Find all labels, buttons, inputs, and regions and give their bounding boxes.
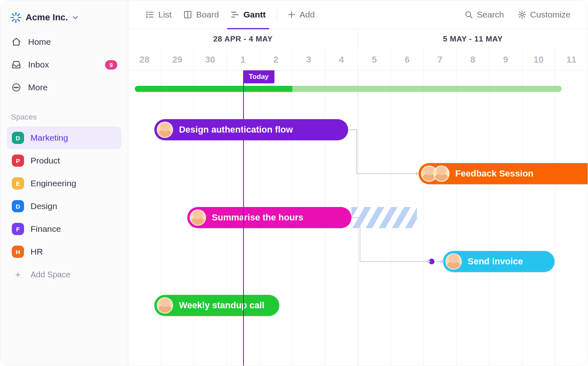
inbox-icon xyxy=(11,60,22,70)
assignee-avatar xyxy=(190,209,206,226)
search-icon xyxy=(465,11,473,19)
board-view-icon xyxy=(183,10,192,19)
tab-gantt[interactable]: Gantt xyxy=(225,0,272,29)
dependency-arrow xyxy=(432,257,448,266)
space-item-product[interactable]: PProduct xyxy=(7,149,121,172)
home-icon xyxy=(11,37,22,47)
view-toolbar: ListBoardGantt Add Search xyxy=(128,0,588,29)
nav-item-inbox[interactable]: Inbox9 xyxy=(7,53,121,76)
space-item-design[interactable]: DDesign xyxy=(7,195,121,218)
search-button[interactable]: Search xyxy=(459,0,510,29)
svg-line-4 xyxy=(12,14,14,15)
day-column-header: 8 xyxy=(456,49,489,70)
list-view-icon xyxy=(145,10,154,19)
space-chip: F xyxy=(12,223,24,235)
svg-line-5 xyxy=(18,19,19,21)
svg-point-23 xyxy=(466,12,471,17)
tab-label: Board xyxy=(196,10,219,20)
nav-item-home[interactable]: Home xyxy=(7,30,121,53)
day-column-header: 2 xyxy=(259,49,292,70)
task-label: Summarise the hours xyxy=(212,212,303,223)
day-column-header: 1 xyxy=(226,49,259,70)
task-bar[interactable]: Weekly standup call xyxy=(154,295,279,316)
space-item-hr[interactable]: HHR xyxy=(7,240,121,263)
timeline-progress-bar xyxy=(135,86,561,92)
nav-item-more[interactable]: More xyxy=(7,76,121,99)
svg-point-11 xyxy=(18,87,18,88)
day-column-header: 3 xyxy=(292,49,325,70)
space-item-marketing[interactable]: DMarketing xyxy=(7,126,121,149)
day-column-header: 6 xyxy=(391,49,423,70)
nav-item-label: Inbox xyxy=(28,60,49,70)
space-label: Finance xyxy=(31,224,61,234)
nav-item-label: Home xyxy=(28,37,51,47)
space-label: Design xyxy=(31,201,57,211)
add-view-label: Add xyxy=(300,10,315,20)
customize-button[interactable]: Customize xyxy=(512,0,576,29)
svg-point-14 xyxy=(147,14,147,15)
task-label: Weekly standup call xyxy=(179,300,264,311)
gantt-canvas[interactable]: TodayDesign authentication flowFeedback … xyxy=(128,70,588,366)
task-bar[interactable]: Send invoice xyxy=(443,251,555,272)
date-range-label: 5 MAY - 11 MAY xyxy=(358,29,588,49)
task-label: Design authentication flow xyxy=(179,124,293,135)
sidebar: Acme Inc. HomeInbox9More Spaces DMarketi… xyxy=(0,0,128,366)
toolbar-separator xyxy=(276,9,277,21)
assignee-avatars xyxy=(421,166,450,182)
tab-label: Gantt xyxy=(244,10,266,20)
space-chip: D xyxy=(12,200,24,212)
tab-board[interactable]: Board xyxy=(178,0,225,29)
day-column-header: 7 xyxy=(423,49,456,70)
svg-point-9 xyxy=(14,87,15,88)
day-column-header: 9 xyxy=(489,49,522,70)
assignee-avatar xyxy=(157,122,173,138)
space-item-finance[interactable]: FFinance xyxy=(7,218,121,240)
day-column-header: 28 xyxy=(128,49,161,70)
tab-list[interactable]: List xyxy=(140,0,178,29)
day-column-header: 11 xyxy=(555,49,588,70)
space-chip: D xyxy=(12,132,24,144)
add-view-button[interactable]: Add xyxy=(282,0,320,29)
svg-point-25 xyxy=(521,13,523,16)
today-line xyxy=(243,70,244,366)
day-column-header: 10 xyxy=(522,49,555,70)
space-label: HR xyxy=(31,247,43,257)
day-column-header: 5 xyxy=(358,49,391,70)
task-bar[interactable]: Design authentication flow xyxy=(154,119,348,140)
gear-icon xyxy=(518,11,526,19)
svg-point-16 xyxy=(147,17,147,17)
day-column-header: 30 xyxy=(193,49,226,70)
workspace-switcher[interactable]: Acme Inc. xyxy=(7,9,121,30)
svg-line-24 xyxy=(470,16,472,18)
dependency-arrow xyxy=(344,126,423,178)
date-range-label: 28 APR - 4 MAY xyxy=(128,29,358,49)
task-label: Send invoice xyxy=(467,256,523,267)
assignee-avatar xyxy=(445,253,462,270)
today-flag: Today xyxy=(243,70,274,83)
spaces-heading: Spaces xyxy=(7,99,121,126)
space-item-engineering[interactable]: EEngineering xyxy=(7,172,121,195)
plus-icon xyxy=(287,11,296,19)
add-space-button[interactable]: ＋ Add Space xyxy=(7,263,121,286)
gantt-view-icon xyxy=(230,10,239,19)
svg-line-7 xyxy=(18,14,19,15)
svg-point-10 xyxy=(16,87,17,88)
workspace-logo-icon xyxy=(10,12,22,23)
tab-label: List xyxy=(158,10,172,20)
task-bar[interactable]: Summarise the hours xyxy=(187,207,351,228)
workspace-name: Acme Inc. xyxy=(26,12,68,23)
day-column-header: 4 xyxy=(325,49,358,70)
space-chip: P xyxy=(12,155,24,167)
task-bar[interactable]: Feedback Session xyxy=(419,163,588,184)
space-label: Engineering xyxy=(31,179,76,188)
inbox-badge: 9 xyxy=(105,60,117,70)
customize-label: Customize xyxy=(530,10,570,20)
space-chip: E xyxy=(12,177,24,190)
nav-item-label: More xyxy=(28,83,48,92)
space-label: Marketing xyxy=(31,133,68,143)
plus-icon: ＋ xyxy=(12,268,24,281)
chevron-down-icon xyxy=(72,14,79,21)
add-space-label: Add Space xyxy=(31,270,70,279)
assignee-avatar xyxy=(157,297,173,314)
svg-line-6 xyxy=(12,19,14,21)
